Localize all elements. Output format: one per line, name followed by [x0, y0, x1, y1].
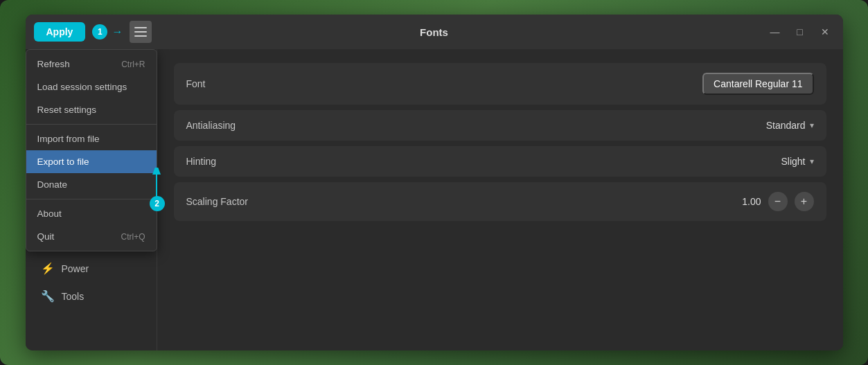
menu-label-about: About	[37, 208, 62, 219]
font-label: Font	[186, 78, 703, 89]
sidebar-label-tools: Tools	[62, 291, 85, 302]
hamburger-menu-button[interactable]	[130, 21, 152, 43]
menu-item-reset[interactable]: Reset settings	[26, 98, 157, 121]
badge-1: 1	[92, 24, 107, 39]
hinting-row: Hinting Slight ▾	[174, 146, 826, 177]
antialiasing-row: Antialiasing Standard ▾	[174, 110, 826, 141]
minimize-button[interactable]: —	[765, 24, 785, 39]
scaling-increase-button[interactable]: +	[795, 192, 814, 211]
menu-label-reset: Reset settings	[37, 105, 97, 115]
menu-item-refresh[interactable]: Refresh Ctrl+R	[26, 53, 157, 75]
menu-item-donate[interactable]: Donate	[26, 173, 157, 196]
titlebar: Apply 1 → Fonts — □ ✕	[26, 15, 843, 49]
window-title: Fonts	[420, 26, 448, 38]
hinting-chevron-icon: ▾	[810, 157, 814, 166]
annotation-1: 1 →	[92, 24, 123, 39]
menu-divider-1	[26, 124, 157, 125]
menu-item-load[interactable]: Load session settings	[26, 75, 157, 98]
font-row: Font Cantarell Regular 11	[174, 63, 826, 105]
scaling-label: Scaling Factor	[186, 196, 737, 207]
menu-item-export[interactable]: Export to file 2	[26, 150, 157, 173]
sidebar-label-power: Power	[62, 263, 89, 274]
hamburger-line-2	[134, 31, 147, 33]
apply-button[interactable]: Apply	[34, 22, 86, 42]
menu-shortcut-refresh: Ctrl+R	[121, 60, 145, 69]
scaling-controls: 1.00 − +	[737, 192, 814, 211]
hamburger-line-3	[134, 35, 147, 37]
antialiasing-label: Antialiasing	[186, 120, 766, 131]
main-window: Apply 1 → Fonts — □ ✕	[26, 15, 843, 350]
close-button[interactable]: ✕	[815, 24, 835, 39]
antialiasing-value: Standard	[766, 120, 806, 131]
menu-label-load: Load session settings	[37, 82, 127, 92]
context-menu: Refresh Ctrl+R Load session settings Res…	[26, 49, 157, 251]
main-content: 🖥 Appearance ab Fonts ▭ Top Bar 🔔 Sound	[26, 49, 843, 350]
menu-label-import: Import from file	[37, 134, 100, 144]
hinting-value: Slight	[781, 156, 805, 167]
app-background: Apply 1 → Fonts — □ ✕	[0, 0, 868, 365]
sidebar-item-power[interactable]: ⚡ Power	[30, 255, 152, 282]
hinting-label: Hinting	[186, 156, 781, 167]
power-icon: ⚡	[41, 262, 55, 275]
tools-icon: 🔧	[41, 290, 55, 303]
scaling-value: 1.00	[737, 196, 761, 207]
scaling-row: Scaling Factor 1.00 − +	[174, 182, 826, 221]
maximize-button[interactable]: □	[790, 24, 810, 39]
menu-divider-2	[26, 199, 157, 199]
scaling-decrease-button[interactable]: −	[768, 192, 788, 211]
menu-shortcut-quit: Ctrl+Q	[121, 232, 145, 242]
menu-label-export: Export to file	[37, 157, 89, 167]
menu-item-about[interactable]: About	[26, 202, 157, 225]
menu-item-quit[interactable]: Quit Ctrl+Q	[26, 225, 157, 248]
sidebar-item-tools[interactable]: 🔧 Tools	[30, 283, 152, 310]
window-controls: — □ ✕	[765, 24, 835, 39]
font-value-button[interactable]: Cantarell Regular 11	[702, 73, 813, 95]
menu-item-import[interactable]: Import from file	[26, 127, 157, 150]
hinting-dropdown[interactable]: Slight ▾	[781, 156, 813, 167]
antialiasing-chevron-icon: ▾	[810, 121, 814, 130]
hamburger-line-1	[134, 27, 147, 28]
menu-label-donate: Donate	[37, 179, 68, 190]
titlebar-left: Apply 1 →	[34, 21, 152, 43]
content-area: Font Cantarell Regular 11 Antialiasing S…	[157, 49, 843, 350]
sidebar-section: 🖥 Appearance ab Fonts ▭ Top Bar 🔔 Sound	[26, 49, 157, 350]
menu-label-refresh: Refresh	[37, 59, 70, 69]
arrow-icon: →	[112, 26, 123, 38]
menu-label-quit: Quit	[37, 231, 55, 242]
antialiasing-dropdown[interactable]: Standard ▾	[766, 120, 814, 131]
